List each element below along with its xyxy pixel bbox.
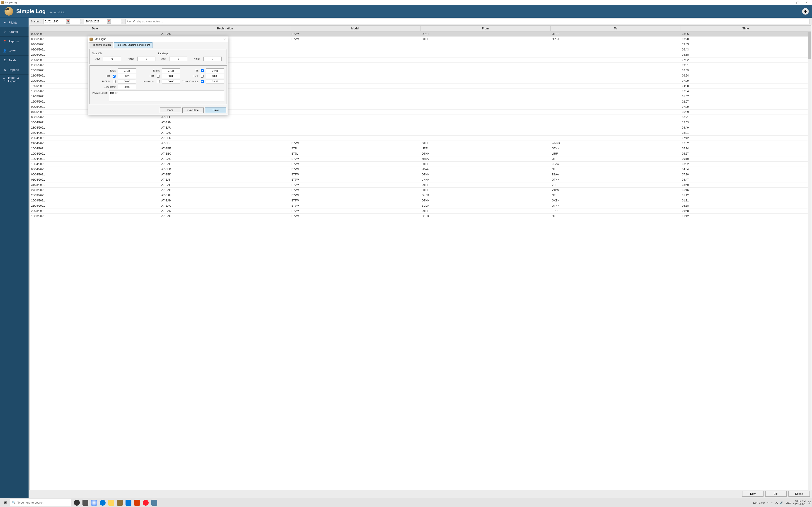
- ifr-checkbox[interactable]: [201, 69, 204, 72]
- sidebar-item-aircraft[interactable]: ✈Aircraft: [0, 27, 29, 37]
- table-row[interactable]: 01/04/2021A7-BAIB77WVHHHOTHH08:47: [30, 177, 811, 182]
- picus-checkbox[interactable]: [113, 80, 115, 83]
- table-row[interactable]: 25/03/2021A7-BAHB77WOKBKOTHH01:12: [30, 193, 811, 198]
- to-night-input[interactable]: [137, 57, 155, 61]
- sidebar-item-crew[interactable]: 👤Crew: [0, 46, 29, 56]
- table-row[interactable]: 25/03/2021A7-BAHB77WOTHHOKBK01:31: [30, 198, 811, 203]
- instructor-input[interactable]: [162, 79, 180, 84]
- table-row[interactable]: 20/03/2021A7-BAMB77WOTHHEDDF06:58: [30, 209, 811, 214]
- col-time[interactable]: Time: [680, 26, 811, 32]
- dual-checkbox[interactable]: [201, 75, 204, 78]
- picus-input[interactable]: [118, 79, 136, 84]
- calculate-button[interactable]: Calculate: [183, 108, 204, 113]
- tab-flight-information[interactable]: Flight Information: [89, 42, 113, 48]
- night-input[interactable]: [162, 68, 180, 73]
- tab-takeoffs-landings-hours[interactable]: Take-offs, Landings and Hours: [114, 42, 152, 48]
- table-row[interactable]: 06/04/2021A7-BEKB77WOTHHZBAA07:30: [30, 172, 811, 177]
- to-day-input[interactable]: [103, 57, 121, 61]
- table-cell: [290, 120, 420, 125]
- taskbar-search[interactable]: 🔍 Type here to search: [10, 499, 71, 506]
- edge-icon[interactable]: [100, 500, 106, 506]
- notifications-icon[interactable]: 💬: [808, 501, 811, 504]
- scrollbar-thumb[interactable]: [808, 32, 811, 59]
- table-cell: 07:09: [680, 104, 811, 110]
- sidebar-item-reports[interactable]: 🖨Reports: [0, 65, 29, 75]
- ld-day-input[interactable]: [169, 57, 187, 61]
- table-row[interactable]: 21/04/2021A7-BEJB77WOTHHWMKK07:32: [30, 141, 811, 146]
- taskview-icon[interactable]: [83, 500, 88, 506]
- table-row[interactable]: 05/05/2021A7-BEI06:21: [30, 115, 811, 120]
- chrome-icon[interactable]: [91, 500, 97, 506]
- new-button[interactable]: New: [742, 491, 764, 497]
- opera-icon[interactable]: [143, 500, 149, 506]
- store-icon[interactable]: [117, 500, 123, 506]
- onedrive-icon[interactable]: ☁: [770, 501, 773, 504]
- table-row[interactable]: 30/04/2021A7-BAM12:03: [30, 120, 811, 125]
- table-cell: A7-BAH: [160, 193, 290, 198]
- scrollbar[interactable]: [808, 32, 811, 498]
- ld-night-input[interactable]: [203, 57, 221, 61]
- sidebar-item-flights[interactable]: ≡Flights: [0, 18, 29, 27]
- dialog-close-button[interactable]: ✕: [222, 37, 227, 41]
- clock[interactable]: 10:17 PM 10/28/2021: [793, 500, 806, 505]
- sidebar-item-import-export[interactable]: ⇅Import & Export: [0, 75, 29, 84]
- maximize-button[interactable]: ▢: [793, 0, 802, 5]
- col-model[interactable]: Model: [290, 26, 420, 32]
- pic-input[interactable]: [118, 74, 136, 78]
- cortana-icon[interactable]: [74, 500, 80, 506]
- sic-checkbox[interactable]: [157, 75, 160, 78]
- table-row[interactable]: 27/03/2021A7-BAOB77WOTHHVTBS06:16: [30, 188, 811, 193]
- chevron-up-icon[interactable]: ^: [767, 501, 768, 504]
- table-row[interactable]: 19/04/2021A7-BBCB77LOTHHLIRF05:57: [30, 151, 811, 156]
- edit-button[interactable]: Edit: [765, 491, 786, 497]
- table-row[interactable]: 12/04/2021A7-BAGB77WOTHHZBAA03:52: [30, 162, 811, 167]
- table-row[interactable]: 06/04/2021A7-BEKB77WZBAAOTHH04:34: [30, 167, 811, 172]
- simulator-input[interactable]: [118, 84, 136, 89]
- save-button[interactable]: Save: [205, 108, 226, 113]
- back-button[interactable]: Back: [160, 108, 181, 113]
- search-input[interactable]: [125, 19, 810, 24]
- office-icon[interactable]: [134, 500, 140, 506]
- calendar-icon[interactable]: 📅: [107, 19, 111, 23]
- cross-country-checkbox[interactable]: [201, 80, 204, 83]
- col-to[interactable]: To: [551, 26, 681, 32]
- java-icon[interactable]: [151, 500, 157, 506]
- table-row[interactable]: 09/06/2021A7-BAUB77WOPSTOTHH03:26: [30, 32, 811, 37]
- table-row[interactable]: 21/03/2021A7-BAOB77WEDDFOTHH05:38: [30, 203, 811, 209]
- table-row[interactable]: 12/04/2021A7-BAGB77WZBAAOTHH09:10: [30, 156, 811, 162]
- explorer-icon[interactable]: [108, 500, 114, 506]
- table-row[interactable]: 23/04/2021A7-BED07:42: [30, 135, 811, 141]
- col-date[interactable]: Date: [30, 26, 160, 32]
- close-button[interactable]: ✕: [802, 0, 811, 5]
- table-row[interactable]: 19/03/2021A7-BAUB77WOKBKOTHH01:12: [30, 214, 811, 219]
- dual-input[interactable]: [206, 74, 224, 78]
- private-notes-input[interactable]: [109, 91, 224, 101]
- table-row[interactable]: 20/04/2021A7-BBEB77LLIRFOTHH05:14: [30, 146, 811, 151]
- mail-icon[interactable]: [125, 500, 132, 506]
- settings-button[interactable]: ⚙: [802, 8, 809, 15]
- delete-button[interactable]: Delete: [789, 491, 810, 497]
- sidebar-item-totals[interactable]: ΣTotals: [0, 56, 29, 65]
- minimize-button[interactable]: —: [784, 0, 793, 5]
- volume-icon[interactable]: 🔊: [780, 501, 783, 504]
- starting-input[interactable]: [43, 19, 81, 24]
- weather-widget[interactable]: 82°F Clear: [753, 501, 765, 504]
- table-cell: [420, 47, 551, 52]
- pic-checkbox[interactable]: [113, 75, 115, 78]
- ending-input[interactable]: [84, 19, 121, 24]
- table-row[interactable]: 27/04/2021A7-BAU03:31: [30, 130, 811, 135]
- cross-country-input[interactable]: [206, 79, 224, 84]
- total-input[interactable]: [118, 68, 136, 73]
- start-button[interactable]: ⊞: [1, 499, 10, 506]
- table-row[interactable]: 28/04/2021A7-BAU03:49: [30, 125, 811, 130]
- calendar-icon[interactable]: 📅: [66, 19, 70, 23]
- table-row[interactable]: 31/03/2021A7-BAIB77WOTHHVHHH03:50: [30, 182, 811, 188]
- network-icon[interactable]: 🖧: [775, 501, 778, 504]
- ifr-input[interactable]: [206, 68, 224, 73]
- sidebar-item-airports[interactable]: 📍Airports: [0, 37, 29, 46]
- sic-input[interactable]: [162, 74, 180, 78]
- col-registration[interactable]: Registration: [160, 26, 290, 32]
- language-icon[interactable]: ENG: [785, 501, 791, 504]
- col-from[interactable]: From: [420, 26, 551, 32]
- instructor-checkbox[interactable]: [157, 80, 160, 83]
